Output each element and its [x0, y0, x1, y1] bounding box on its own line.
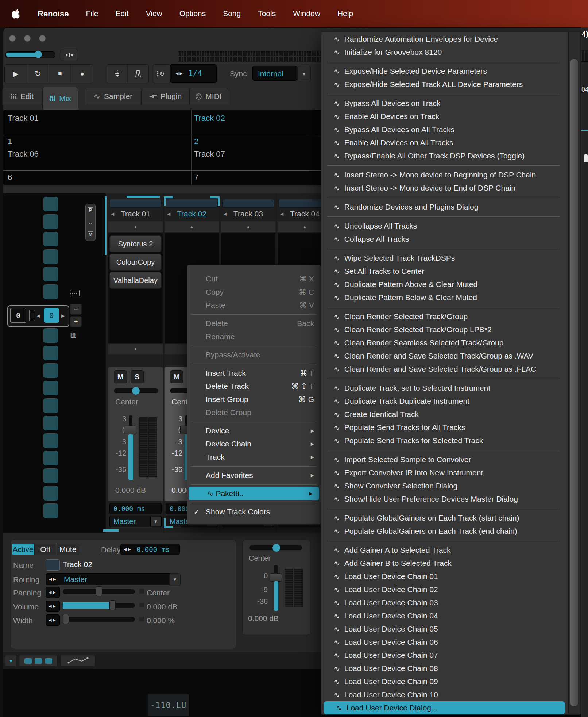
prev-pattern-icon[interactable]: ◀: [37, 313, 40, 318]
context-menu-item[interactable]: ∿ Paketti..▶: [189, 487, 319, 500]
paketti-menu-item[interactable]: ∿Create Identical Track: [321, 408, 580, 421]
matrix-cell[interactable]: [43, 284, 58, 299]
matrix-table-icon[interactable]: ▦: [70, 331, 76, 339]
paketti-menu-item[interactable]: ∿Load User Device Chain 03: [321, 596, 580, 609]
width-reset-box[interactable]: [139, 617, 144, 621]
matrix-cell[interactable]: [43, 503, 58, 518]
paketti-menu-item[interactable]: ∿Insert Stereo -> Mono device to Beginni…: [321, 168, 580, 181]
delay-field[interactable]: ◀▶ 0.000 ms: [120, 544, 180, 555]
paketti-menu-item[interactable]: ∿Insert Stereo -> Mono device to End of …: [321, 181, 580, 195]
scope-track-number[interactable]: 7: [194, 173, 198, 182]
paketti-menu-item[interactable]: ∿Load User Device Dialog...: [324, 701, 565, 714]
track-color-swatch[interactable]: [46, 559, 60, 571]
context-menu-item[interactable]: DeleteBack: [187, 317, 321, 330]
paketti-menu-item[interactable]: ∿Populate GlobalGainers on Each Track (s…: [321, 511, 580, 525]
collapse-track-icon[interactable]: ◀: [280, 211, 283, 216]
matrix-cell[interactable]: [43, 451, 58, 465]
matrix-cell[interactable]: [43, 346, 58, 360]
device-more-row[interactable]: ▼: [108, 343, 163, 354]
menubar-item-view[interactable]: View: [146, 9, 162, 19]
context-menu-item[interactable]: Cut⌘ X: [187, 272, 321, 285]
panning-stepper[interactable]: ◀▶: [46, 587, 60, 598]
resize-icon[interactable]: ↔: [88, 219, 93, 225]
panning-reset-box[interactable]: [139, 589, 144, 594]
track-header[interactable]: ◀Track 01: [108, 207, 163, 221]
paketti-menu-item[interactable]: ∿Load User Device Chain 01: [321, 570, 580, 583]
menubar-item-renoise[interactable]: Renoise: [38, 9, 69, 19]
context-menu-item[interactable]: Track▶: [187, 450, 321, 464]
metronome-icon[interactable]: [128, 65, 148, 83]
pattern-number-field[interactable]: 0: [10, 308, 26, 323]
delay-ms-field[interactable]: 0.000 ms: [109, 503, 162, 514]
menubar-item-edit[interactable]: Edit: [115, 9, 128, 19]
master-fader-handle[interactable]: [270, 573, 282, 582]
routing-select[interactable]: ◀▶ Master: [46, 573, 180, 585]
minimize-window-button[interactable]: [24, 35, 31, 42]
paketti-menu-item[interactable]: ∿Show/Hide User Preference Devices Maste…: [321, 492, 580, 506]
track-color-bar[interactable]: [166, 199, 218, 208]
volume-stepper[interactable]: ◀▶: [46, 601, 60, 612]
menubar-item-song[interactable]: Song: [223, 9, 241, 19]
collapse-track-icon[interactable]: ◀: [111, 211, 114, 216]
paketti-menu-item[interactable]: ∿Load User Device Chain 05: [321, 622, 580, 636]
routing-dropdown-icon[interactable]: ▼: [150, 517, 161, 526]
context-menu-item[interactable]: Bypass/Activate: [187, 348, 321, 361]
paketti-menu-item[interactable]: ∿Enable All Devices on Track: [321, 110, 580, 123]
menubar-item-options[interactable]: Options: [179, 9, 206, 19]
loop-block-button[interactable]: ↻: [153, 64, 170, 83]
stop-button[interactable]: ■: [49, 65, 71, 83]
block-loop-size-field[interactable]: ◀▶ 1/4: [170, 64, 217, 83]
menubar-item-tools[interactable]: Tools: [258, 9, 276, 19]
scope-track-number[interactable]: 2: [194, 137, 198, 146]
matrix-cell[interactable]: [43, 416, 58, 430]
routing-dropdown[interactable]: Master▼: [109, 516, 162, 527]
track-collapse-row[interactable]: ▲: [108, 221, 163, 233]
paketti-menu-item[interactable]: ∿Add Gainer B to Selected Track: [321, 557, 580, 570]
stepper-arrows-icon[interactable]: ◀▶: [175, 71, 184, 76]
solo-button[interactable]: S: [131, 370, 144, 383]
context-menu-item[interactable]: Delete Track⌘ ⇧ T: [187, 380, 321, 393]
sequence-add-button[interactable]: +: [70, 316, 82, 327]
paketti-menu-item[interactable]: ∿Duplicate Pattern Above & Clear Muted: [321, 278, 580, 291]
panel-collapse-button[interactable]: ▼: [5, 655, 17, 667]
paketti-menu-item[interactable]: ∿Clean Render Seamless Selected Track/Gr…: [321, 336, 580, 349]
collapse-track-icon[interactable]: ◀: [167, 211, 170, 216]
paketti-menu-item[interactable]: ∿Bypass All Devices on Track: [321, 97, 580, 110]
track-active-button[interactable]: Active: [12, 544, 34, 555]
track-color-bar[interactable]: [109, 199, 162, 208]
zoom-window-button[interactable]: [39, 35, 46, 42]
scope-track-name[interactable]: Track 06: [8, 149, 39, 159]
paketti-menu-item[interactable]: ∿Clean Render Selected Track/Group: [321, 310, 580, 323]
scope-track-name[interactable]: Track 07: [194, 149, 225, 159]
sequence-remove-button[interactable]: −: [70, 304, 82, 315]
width-stepper[interactable]: ◀▶: [46, 614, 60, 626]
paketti-menu-item[interactable]: ∿Enable All Devices on All Tracks: [321, 136, 580, 149]
master-pan-knob[interactable]: [272, 544, 280, 552]
paketti-menu-item[interactable]: ∿Wipe Selected Track TrackDSPs: [321, 252, 580, 265]
paketti-menu-item[interactable]: ∿Expose/Hide Selected Track ALL Device P…: [321, 78, 580, 91]
paketti-menu-item[interactable]: ∿Export Convolver IR into New Instrument: [321, 466, 580, 479]
device-button[interactable]: ValhallaDelay: [109, 272, 162, 289]
scope-track-number[interactable]: 1: [8, 137, 12, 146]
matrix-mode-stack[interactable]: P ↔ M: [85, 204, 96, 241]
paketti-menu-item[interactable]: ∿Load User Device Chain 02: [321, 583, 580, 596]
track-mute-button[interactable]: Mute: [57, 544, 79, 555]
loop-button[interactable]: ↻: [27, 65, 49, 83]
context-menu-item[interactable]: Rename: [187, 330, 321, 343]
paketti-menu-item[interactable]: ∿Load User Device Chain 04: [321, 609, 580, 622]
delay-stepper-icon[interactable]: ◀▶: [124, 547, 132, 552]
track-off-button[interactable]: Off: [34, 544, 56, 555]
matrix-view-button[interactable]: [19, 655, 57, 667]
volume-reset-box[interactable]: [139, 603, 144, 607]
context-menu-item[interactable]: Copy⌘ C: [187, 285, 321, 299]
fader-handle[interactable]: [124, 426, 136, 434]
menubar-item-help[interactable]: Help: [337, 9, 353, 19]
paketti-menu-item[interactable]: ∿Duplicate Pattern Below & Clear Muted: [321, 291, 580, 304]
context-menu-item[interactable]: Insert Group⌘ G: [187, 393, 321, 406]
paketti-menu-item[interactable]: ∿Randomize Devices and Plugins Dialog: [321, 200, 580, 214]
paketti-menu-item[interactable]: ∿Bypass/Enable All Other Track DSP Devic…: [321, 149, 580, 162]
matrix-cell[interactable]: [43, 363, 58, 378]
paketti-menu-item[interactable]: ∿Uncollapse All Tracks: [321, 219, 580, 233]
paketti-menu-item[interactable]: ∿Clean Render and Save Selected Track/Gr…: [321, 349, 580, 363]
panic-button[interactable]: [61, 49, 78, 61]
